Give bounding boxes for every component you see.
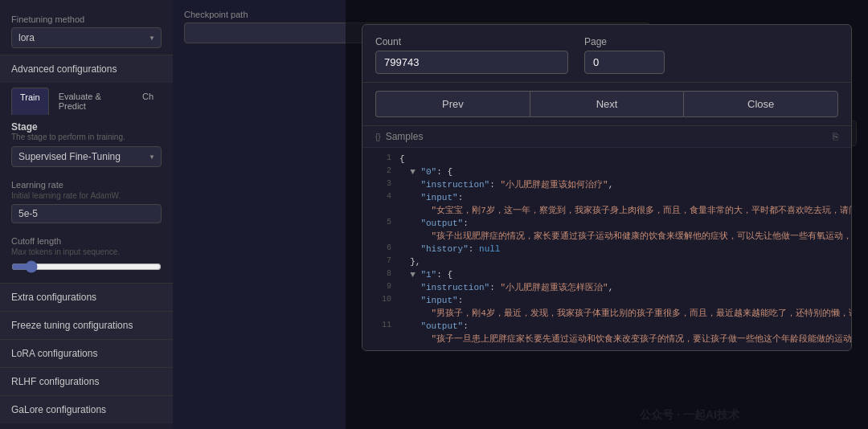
copy-icon[interactable]: ⎘ — [833, 131, 838, 142]
finetuning-method-select[interactable]: lora full freeze — [11, 27, 162, 48]
finetuning-method-label: Finetuning method — [11, 14, 162, 24]
extra-config-header[interactable]: Extra configurations — [0, 283, 173, 311]
code-line: 11 "output": — [362, 320, 851, 333]
galore-label: GaLore configurations — [11, 404, 106, 415]
learning-rate-section: Learning rate Initial learning rate for … — [0, 174, 173, 230]
rlhf-label: RLHF configurations — [11, 376, 99, 387]
dialog-overlay: Count Page Prev Next Close {} Samples ⎘ — [346, 0, 868, 429]
tab-evaluate[interactable]: Evaluate & Predict — [51, 88, 133, 115]
count-field: Count — [375, 36, 568, 74]
finetuning-method-wrapper[interactable]: lora full freeze — [11, 27, 162, 48]
page-input[interactable] — [584, 51, 665, 74]
learning-rate-input[interactable] — [11, 204, 162, 223]
galore-config-header[interactable]: GaLore configurations — [0, 395, 173, 423]
code-line: 1 { — [362, 153, 851, 165]
samples-dialog: Count Page Prev Next Close {} Samples ⎘ — [362, 24, 852, 351]
code-line: "女宝宝，刚7岁，这一年，察觉到，我家孩子身上肉很多，而且，食量非常的大，平时都… — [362, 204, 851, 217]
freeze-config-header[interactable]: Freeze tuning configurations — [0, 311, 173, 339]
sidebar: Finetuning method lora full freeze Advan… — [0, 0, 173, 429]
tab-train[interactable]: Train — [11, 88, 49, 115]
code-line: 9 "instruction": "小儿肥胖超重该怎样医治", — [362, 281, 851, 294]
extra-config-label: Extra configurations — [11, 292, 96, 303]
learning-rate-desc: Initial learning rate for AdamW. — [11, 191, 162, 200]
lora-config-header[interactable]: LoRA configurations — [0, 339, 173, 367]
page-label: Page — [584, 36, 665, 47]
train-tabs: Train Evaluate & Predict Ch — [0, 83, 173, 115]
brackets-icon: {} — [375, 133, 381, 141]
finetuning-method-section: Finetuning method lora full freeze — [0, 8, 173, 55]
stage-select[interactable]: Supervised Fine-Tuning — [11, 146, 162, 167]
dialog-nav-buttons: Prev Next Close — [362, 83, 851, 126]
main-area: Checkpoint path Preview dataset Count Pa… — [173, 0, 868, 429]
code-line: "孩子出现肥胖症的情况，家长要通过孩子运动和健康的饮食来缓解他的症状，可以先让他… — [362, 230, 851, 243]
count-label: Count — [375, 36, 568, 47]
code-line: "孩子一旦患上肥胖症家长要先通过运动和饮食来改变孩子的情况，要让孩子做一些他这个… — [362, 333, 851, 345]
stage-section: Stage The stage to perform in training. … — [0, 115, 173, 174]
stage-desc: The stage to perform in training. — [11, 133, 162, 141]
cutoff-label: Cutoff length — [11, 236, 162, 246]
code-line: 5 "output": — [362, 217, 851, 230]
close-button[interactable]: Close — [683, 91, 838, 117]
freeze-label: Freeze tuning configurations — [11, 320, 133, 331]
code-area[interactable]: 1 { 2 ▼ "0": { 3 "instruction": "小儿肥胖超重该… — [362, 148, 851, 350]
cutoff-section: Cutoff length Max tokens in input sequen… — [0, 230, 173, 283]
code-line: 6 "history": null — [362, 243, 851, 255]
cutoff-slider[interactable] — [11, 260, 162, 273]
count-input[interactable] — [375, 51, 568, 74]
tab-ch[interactable]: Ch — [134, 88, 162, 115]
dialog-header-row: Count Page — [362, 25, 851, 83]
code-line: 2 ▼ "0": { — [362, 165, 851, 178]
lora-label: LoRA configurations — [11, 348, 97, 359]
learning-rate-label: Learning rate — [11, 180, 162, 190]
code-line: 8 ▼ "1": { — [362, 268, 851, 281]
advanced-config-header[interactable]: Advanced configurations — [0, 55, 173, 83]
code-line: 3 "instruction": "小儿肥胖超重该如何治疗", — [362, 178, 851, 191]
advanced-config-label: Advanced configurations — [11, 63, 117, 75]
next-button[interactable]: Next — [530, 91, 684, 117]
samples-header: {} Samples ⎘ — [362, 126, 851, 148]
samples-label: Samples — [386, 131, 424, 142]
page-field: Page — [584, 36, 665, 74]
cutoff-desc: Max tokens in input sequence. — [11, 247, 162, 256]
prev-button[interactable]: Prev — [375, 91, 530, 117]
code-line: "男孩子，刚4岁，最近，发现，我家孩子体重比别的孩子重很多，而且，最近越来越能吃… — [362, 307, 851, 320]
code-line: 7 }, — [362, 255, 851, 268]
rlhf-config-header[interactable]: RLHF configurations — [0, 367, 173, 395]
stage-select-wrapper[interactable]: Supervised Fine-Tuning — [11, 146, 162, 167]
code-line: 10 "input": — [362, 294, 851, 307]
code-line: 4 "input": — [362, 191, 851, 204]
stage-label: Stage — [11, 121, 162, 133]
